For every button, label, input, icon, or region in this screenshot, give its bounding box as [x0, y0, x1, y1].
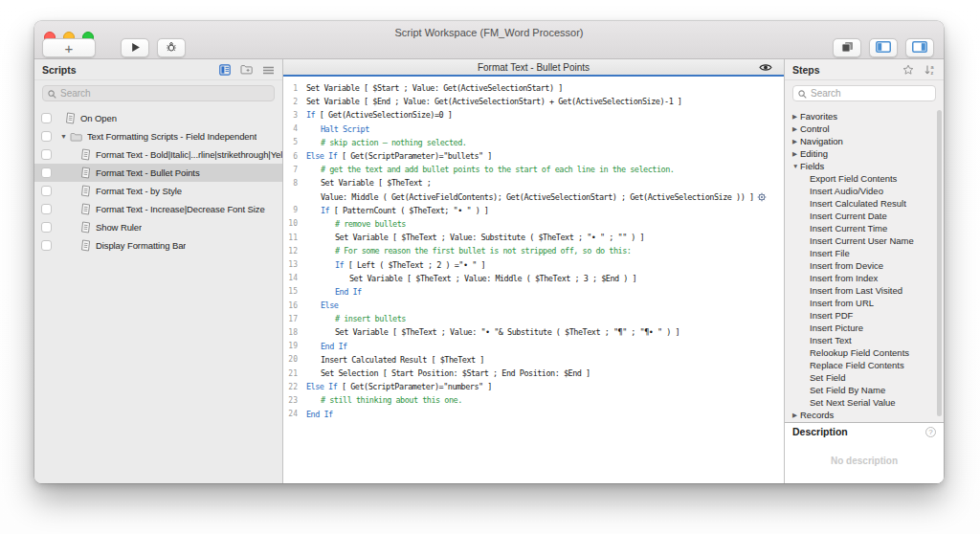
scripts-list: On Open▼Text Formatting Scripts - Field … [34, 107, 282, 483]
line-number: 4 [283, 124, 302, 133]
step-item[interactable]: Insert from Device [785, 259, 944, 272]
step-item[interactable]: Insert Text [785, 334, 944, 346]
include-in-menu-checkbox[interactable] [41, 222, 52, 233]
script-folder-row[interactable]: ▼Text Formatting Scripts - Field Indepen… [34, 127, 282, 145]
svg-text:z: z [931, 70, 934, 76]
disclosure-triangle-icon: ▶ [792, 125, 800, 133]
script-step-row[interactable]: 8Set Variable [ $TheText ; [283, 176, 784, 189]
step-item[interactable]: Insert Current User Name [785, 234, 944, 247]
script-step-row[interactable]: 7# get the text and add bullet points to… [283, 163, 784, 176]
step-item[interactable]: Insert Audio/Video [785, 185, 944, 197]
script-row[interactable]: On Open [34, 109, 282, 127]
sort-icon[interactable]: a z [924, 64, 936, 76]
eye-icon[interactable] [759, 63, 772, 72]
script-step-row[interactable]: 20Insert Calculated Result [ $TheText ] [283, 353, 784, 367]
include-in-menu-checkbox[interactable] [41, 113, 52, 123]
script-step-row[interactable]: 16Else [283, 299, 784, 312]
include-in-menu-checkbox[interactable] [41, 131, 52, 142]
step-category-row[interactable]: ▶Records [785, 409, 944, 421]
step-item[interactable]: Set Field By Name [785, 384, 944, 396]
script-step-row[interactable]: 11Set Variable [ $TheText ; Value: Subst… [283, 231, 784, 244]
new-script-icon[interactable] [219, 64, 231, 76]
script-step-row[interactable]: 12# For some reason the first bullet is … [283, 244, 784, 257]
script-step-row[interactable]: 1Set Variable [ $Start ; Value: Get(Acti… [283, 81, 784, 95]
step-category-row[interactable]: ▶Control [785, 122, 944, 135]
step-item[interactable]: Insert PDF [785, 309, 944, 322]
script-step-row[interactable]: Value: Middle ( Get(ActiveFieldContents)… [283, 190, 784, 204]
include-in-menu-checkbox[interactable] [41, 149, 52, 160]
disclosure-triangle-icon: ▶ [792, 113, 800, 121]
description-panel: Description ? No description [785, 422, 944, 483]
script-icon [80, 148, 91, 161]
script-step-row[interactable]: 24End If [283, 408, 784, 421]
debug-script-button[interactable] [157, 38, 186, 57]
help-icon[interactable]: ? [925, 427, 936, 437]
tab-format-text-bullet-points[interactable]: Format Text - Bullet Points [478, 62, 590, 73]
line-number: 14 [283, 274, 302, 282]
step-item[interactable]: Insert Current Time [785, 222, 944, 234]
window-stack-button[interactable] [833, 38, 861, 57]
script-step-row[interactable]: 2Set Variable [ $End ; Value: Get(Active… [283, 95, 784, 108]
scripts-search-input[interactable]: Search [42, 85, 275, 101]
script-row[interactable]: Format Text - Increase|Decrease Font Siz… [34, 200, 282, 218]
script-row[interactable]: Format Text - Bold|Italic|...rline|strik… [34, 145, 282, 164]
script-step-row[interactable]: 22Else If [ Get(ScriptParameter)="number… [283, 380, 784, 393]
new-script-button[interactable]: + [42, 38, 96, 57]
run-script-button[interactable] [121, 38, 149, 57]
steps-scrollbar[interactable] [937, 110, 942, 416]
script-step-row[interactable]: 17# insert bullets [283, 312, 784, 325]
toggle-left-pane-button[interactable] [869, 38, 898, 57]
steps-search-input[interactable]: Search [792, 85, 936, 101]
step-item[interactable]: Insert from Last Visited [785, 284, 944, 297]
script-step-row[interactable]: 18Set Variable [ $TheText ; Value: "• "&… [283, 325, 784, 339]
step-item[interactable]: Insert Calculated Result [785, 197, 944, 210]
line-number: 2 [283, 98, 302, 106]
script-step-row[interactable]: 4Halt Script [283, 122, 784, 136]
line-number: 15 [283, 287, 302, 296]
step-item[interactable]: Insert from Index [785, 272, 944, 284]
script-step-row[interactable]: 15End If [283, 285, 784, 299]
step-item[interactable]: Relookup Field Contents [785, 346, 944, 359]
script-step-row[interactable]: 10# remove bullets [283, 217, 784, 231]
list-view-icon[interactable] [262, 65, 275, 75]
step-category-row[interactable]: ▶Editing [785, 147, 944, 160]
script-row[interactable]: Format Text - Bullet Points [34, 164, 282, 182]
script-label: Text Formatting Scripts - Field Independ… [87, 131, 256, 142]
star-icon[interactable] [902, 64, 914, 76]
disclosure-triangle-icon[interactable]: ▼ [60, 133, 67, 140]
line-number: 21 [283, 369, 302, 378]
workspace-content: Scripts [34, 59, 944, 483]
step-item[interactable]: Set Field [785, 371, 944, 384]
script-step-row[interactable]: 21Set Selection [ Start Position: $Start… [283, 367, 784, 380]
step-item[interactable]: Insert File [785, 247, 944, 259]
step-item[interactable]: Replace Field Contents [785, 359, 944, 371]
script-row[interactable]: Format Text - by Style [34, 182, 282, 200]
new-folder-icon[interactable] [240, 64, 253, 75]
include-in-menu-checkbox[interactable] [41, 204, 52, 214]
step-item[interactable]: Insert Picture [785, 322, 944, 334]
script-step-row[interactable]: 14Set Variable [ $TheText ; Value: Middl… [283, 272, 784, 285]
step-category-row[interactable]: ▶Favorites [785, 110, 944, 122]
specify-gear-icon[interactable] [757, 192, 767, 202]
disclosure-triangle-icon: ▶ [792, 138, 800, 145]
script-row[interactable]: Show Ruler [34, 218, 282, 236]
toggle-right-pane-button[interactable] [905, 38, 934, 57]
step-category-row[interactable]: ▼Fields [785, 160, 944, 172]
step-item[interactable]: Insert Current Date [785, 210, 944, 222]
include-in-menu-checkbox[interactable] [41, 167, 52, 178]
step-item[interactable]: Export Field Contents [785, 172, 944, 185]
include-in-menu-checkbox[interactable] [41, 240, 52, 251]
step-item[interactable]: Set Next Serial Value [785, 396, 944, 409]
script-step-row[interactable]: 19End If [283, 340, 784, 353]
step-category-row[interactable]: ▶Navigation [785, 135, 944, 147]
step-item[interactable]: Insert from URL [785, 297, 944, 309]
script-step-row[interactable]: 9If [ PatternCount ( $TheText; "• " ) ] [283, 204, 784, 217]
script-step-row[interactable]: 13If [ Left ( $TheText ; 2 ) ="• " ] [283, 257, 784, 271]
script-step-row[interactable]: 5# skip action – nothing selected. [283, 136, 784, 149]
include-in-menu-checkbox[interactable] [41, 186, 52, 196]
line-number: 16 [283, 301, 302, 310]
script-step-row[interactable]: 3If [ Get(ActiveSelectionSize)=0 ] [283, 108, 784, 122]
script-step-row[interactable]: 23# still thinking about this one. [283, 393, 784, 407]
script-step-row[interactable]: 6Else If [ Get(ScriptParameter)="bullets… [283, 149, 784, 163]
script-row[interactable]: Display Formatting Bar [34, 236, 282, 255]
